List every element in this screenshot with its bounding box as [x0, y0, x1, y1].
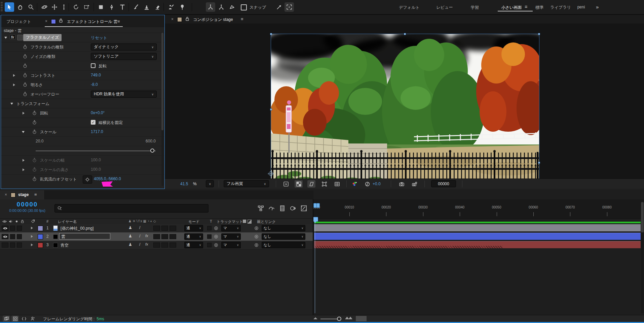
- current-time-indicator[interactable]: [313, 217, 318, 222]
- layer-visibility-toggle[interactable]: [2, 243, 8, 248]
- composition-image[interactable]: [271, 34, 539, 185]
- view-axis-mode-icon[interactable]: [227, 2, 237, 12]
- pan-behind-tool-icon[interactable]: [82, 2, 91, 12]
- stopwatch-icon[interactable]: [32, 120, 37, 125]
- lock-cell[interactable]: [17, 243, 22, 248]
- orbit-camera-tool-icon[interactable]: [40, 2, 49, 12]
- property-slider-handle[interactable]: [150, 149, 154, 153]
- property-dropdown[interactable]: ソフトリニア∨: [91, 53, 157, 60]
- exposure-value[interactable]: +0.0: [373, 182, 381, 186]
- twirl-right-icon[interactable]: [23, 159, 25, 162]
- switch-cell[interactable]: [161, 226, 168, 231]
- switch-cell[interactable]: [161, 234, 168, 239]
- quality-switch-icon[interactable]: ♟: [128, 225, 132, 230]
- zoom-tool-icon[interactable]: [26, 2, 36, 12]
- workspace-peni[interactable]: peni: [577, 5, 585, 9]
- timeline-zoom-slider[interactable]: [320, 319, 339, 319]
- channel-rgb-icon[interactable]: [350, 180, 358, 188]
- layer-twirl-icon[interactable]: [31, 235, 33, 238]
- selection-tool-icon[interactable]: [5, 2, 14, 12]
- layer-duration-bar-[昼の神社_00.png][interactable]: [314, 224, 641, 231]
- zoom-out-mountain-icon[interactable]: [313, 317, 317, 319]
- parent-pickwhip-icon[interactable]: [254, 243, 259, 247]
- layer-name-field[interactable]: 雲: [59, 233, 110, 239]
- fx-switch-icon[interactable]: fx: [145, 242, 148, 246]
- fx-badge-icon[interactable]: fx: [10, 35, 15, 39]
- parent-pickwhip-icon[interactable]: [254, 234, 259, 239]
- property-value[interactable]: 100.0: [91, 167, 101, 172]
- layer-row-雲[interactable]: 2雲♟/fx通∨マ∨なし∨: [0, 232, 313, 241]
- effect-twirl-icon[interactable]: [4, 37, 7, 39]
- pen-tool-icon[interactable]: [107, 2, 116, 12]
- blend-mode-dropdown[interactable]: 通∨: [184, 233, 203, 240]
- panel-menu-icon[interactable]: ≡: [117, 19, 120, 24]
- switch-cell[interactable]: [169, 243, 176, 248]
- stopwatch-icon[interactable]: [23, 44, 28, 50]
- timeline-horizontal-scrollbar[interactable]: [356, 316, 367, 321]
- preserve-transparency-cell[interactable]: [207, 243, 212, 247]
- local-axis-mode-icon[interactable]: [206, 2, 215, 12]
- brainstorm-icon[interactable]: [20, 316, 28, 322]
- property-value[interactable]: -8.0: [91, 82, 98, 87]
- region-of-interest-icon[interactable]: [320, 180, 328, 188]
- zoom-in-mountain-icon[interactable]: [348, 317, 352, 319]
- puppet-pin-tool-icon[interactable]: [178, 2, 187, 12]
- blend-mode-dropdown[interactable]: 通∨: [184, 225, 203, 231]
- stopwatch-icon[interactable]: [32, 176, 37, 182]
- matte-pickwhip-icon[interactable]: [214, 226, 218, 230]
- workspace-学習[interactable]: 学習: [471, 5, 479, 10]
- property-checkbox[interactable]: [91, 63, 96, 68]
- parent-link-dropdown[interactable]: なし∨: [262, 233, 305, 240]
- lock-cell[interactable]: [17, 234, 22, 239]
- panel-menu-icon[interactable]: ≡: [34, 192, 37, 197]
- motion-blur-toggle-icon[interactable]: [11, 316, 19, 322]
- transparency-grid-icon[interactable]: [295, 180, 303, 188]
- workspace-小さい画面[interactable]: 小さい画面: [501, 5, 522, 10]
- matte-pickwhip-icon[interactable]: [214, 243, 218, 247]
- track-matte-dropdown[interactable]: マ∨: [221, 225, 241, 231]
- stopwatch-icon[interactable]: [32, 110, 37, 116]
- twirl-down-icon[interactable]: [10, 103, 13, 105]
- layer-label-color[interactable]: [38, 243, 43, 248]
- timeline-zoom-handle[interactable]: [337, 317, 341, 321]
- panel-menu-icon[interactable]: ≡: [241, 17, 244, 22]
- tab-timeline[interactable]: stage: [18, 192, 29, 197]
- switch-cell[interactable]: [153, 234, 160, 239]
- track-matte-dropdown[interactable]: マ∨: [221, 242, 241, 248]
- matte-pickwhip-icon[interactable]: [214, 234, 218, 239]
- layer-anchor-target-icon[interactable]: [269, 171, 273, 176]
- layer-visibility-toggle[interactable]: [2, 226, 8, 231]
- workspace-標準[interactable]: 標準: [535, 5, 543, 10]
- property-value[interactable]: 100.0: [91, 158, 101, 162]
- motion-blur-icon[interactable]: [289, 204, 297, 213]
- switch-cell[interactable]: [169, 234, 176, 239]
- hand-tool-icon[interactable]: [15, 2, 25, 12]
- switch-cell[interactable]: [153, 226, 160, 231]
- layer-duration-bar-雲[interactable]: [314, 233, 641, 240]
- point-crosshair-button[interactable]: [83, 175, 92, 184]
- region-of-interest-capture-icon[interactable]: [285, 2, 294, 12]
- property-value[interactable]: 0x+0.0°: [91, 110, 105, 115]
- author-icon[interactable]: [29, 316, 36, 322]
- twirl-right-icon[interactable]: [23, 168, 25, 171]
- workspace-ライブラリ[interactable]: ライブラリ: [550, 5, 571, 10]
- property-checkbox[interactable]: ✓: [91, 120, 96, 125]
- world-axis-mode-icon[interactable]: [217, 2, 226, 12]
- selection-handle[interactable]: [538, 33, 540, 35]
- tab-composition[interactable]: コンポジション stage: [193, 17, 233, 23]
- audio-cell[interactable]: [10, 226, 15, 231]
- layer-name[interactable]: 青空: [61, 243, 69, 248]
- effect-name[interactable]: フラクタルノイズ: [23, 34, 62, 41]
- quality-dropdown[interactable]: フル画質∨: [224, 180, 269, 187]
- layer-row-青空[interactable]: 3青空♟/fx通∨マ∨なし∨: [0, 241, 313, 250]
- composition-mini-flowchart-icon[interactable]: [256, 204, 265, 213]
- eraser-tool-icon[interactable]: [153, 2, 162, 12]
- stopwatch-icon[interactable]: [32, 158, 37, 163]
- layer-label-color[interactable]: [38, 226, 43, 231]
- clone-stamp-tool-icon[interactable]: [142, 2, 151, 12]
- work-area-end-handle[interactable]: [316, 203, 320, 208]
- twirl-right-icon[interactable]: [13, 84, 15, 86]
- lock-icon[interactable]: [185, 17, 189, 22]
- workspace-デフォルト[interactable]: デフォルト: [399, 5, 419, 10]
- track-matte-dropdown[interactable]: マ∨: [221, 233, 241, 240]
